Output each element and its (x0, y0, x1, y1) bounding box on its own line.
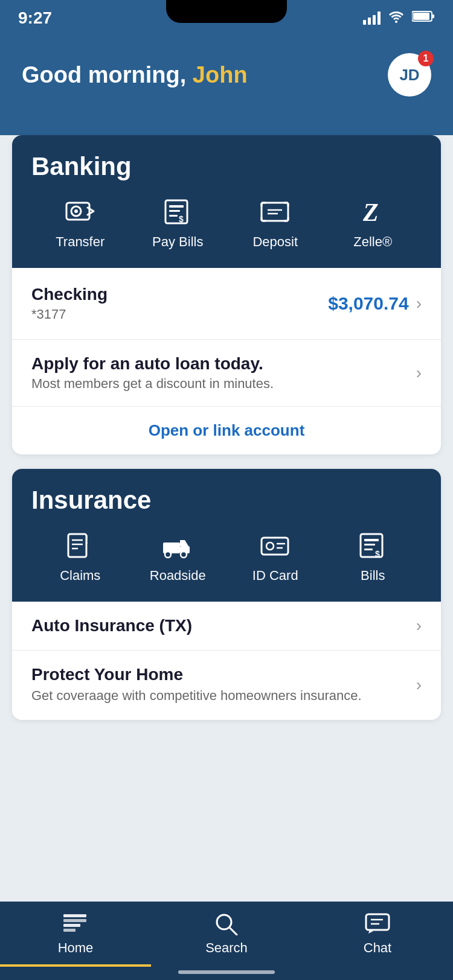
insurance-header: Insurance ! Claims (12, 469, 441, 602)
insurance-card: Insurance ! Claims (12, 469, 441, 720)
svg-text:$: $ (179, 214, 184, 224)
svg-rect-40 (366, 914, 389, 930)
nav-chat[interactable]: Chat (302, 912, 453, 956)
svg-rect-31 (364, 544, 375, 546)
svg-point-26 (266, 542, 274, 550)
chat-icon (364, 912, 391, 935)
roadside-action[interactable]: Roadside (147, 529, 208, 584)
home-indicator (178, 970, 275, 974)
open-link[interactable]: Open or link account (149, 421, 305, 439)
svg-rect-36 (63, 924, 80, 927)
transfer-action[interactable]: Transfer (50, 196, 111, 250)
transfer-icon (61, 196, 100, 228)
nav-search[interactable]: Search (151, 912, 302, 956)
banking-card: Banking Transfer (12, 135, 441, 454)
claims-icon: ! (61, 529, 100, 562)
status-icons (363, 10, 435, 27)
svg-rect-32 (364, 549, 373, 550)
nav-home[interactable]: Home (0, 912, 151, 967)
protect-home-chevron: › (416, 675, 422, 695)
pay-bills-action[interactable]: $ Pay Bills (147, 196, 208, 250)
deposit-label: Deposit (252, 234, 298, 250)
auto-insurance-chevron: › (416, 616, 422, 635)
checking-balance-row: $3,070.74 › (328, 293, 422, 314)
svg-text:!: ! (85, 533, 89, 546)
pay-bills-icon: $ (158, 196, 197, 228)
promo-chevron: › (416, 363, 422, 383)
insurance-quick-actions: ! Claims (31, 529, 422, 590)
auto-insurance-row[interactable]: Auto Insurance (TX) › (12, 602, 441, 651)
nav-chat-label: Chat (364, 940, 391, 956)
banking-quick-actions: Transfer $ Pay Bills (31, 196, 422, 256)
checking-row[interactable]: Checking *3177 $3,070.74 › (12, 268, 441, 340)
id-card-label: ID Card (252, 568, 298, 584)
search-icon (213, 912, 240, 935)
zelle-action[interactable]: Z Zelle® (342, 196, 403, 250)
bills-icon: $ (353, 529, 392, 562)
roadside-label: Roadside (150, 568, 206, 584)
insurance-title: Insurance (31, 486, 422, 515)
deposit-action[interactable]: Deposit (245, 196, 306, 250)
banking-title: Banking (31, 152, 422, 181)
svg-point-22 (165, 552, 171, 558)
protect-home-title: Protect Your Home (31, 665, 362, 684)
header: Good morning, John JD 1 (0, 36, 453, 118)
signal-icon (363, 11, 381, 25)
svg-rect-35 (63, 919, 86, 922)
promo-title: Apply for an auto loan today. (31, 354, 274, 374)
svg-rect-15 (68, 534, 86, 557)
bottom-nav: Home Search Chat (0, 902, 453, 980)
zelle-icon: Z (353, 196, 392, 228)
pay-bills-label: Pay Bills (152, 234, 203, 250)
checking-name: Checking (31, 285, 108, 304)
promo-subtitle: Most members get a discount in minutes. (31, 376, 274, 392)
checking-balance: $3,070.74 (328, 293, 408, 314)
svg-text:Z: Z (362, 199, 379, 226)
avatar-wrap[interactable]: JD 1 (388, 53, 431, 97)
svg-rect-1 (413, 13, 429, 20)
checking-number: *3177 (31, 307, 108, 322)
svg-point-23 (181, 552, 187, 558)
home-icon (62, 912, 89, 935)
battery-icon (412, 10, 435, 26)
open-link-row[interactable]: Open or link account (12, 407, 441, 454)
bills-label: Bills (361, 568, 385, 584)
svg-point-5 (74, 209, 78, 213)
checking-chevron: › (416, 294, 422, 313)
banking-header: Banking Transfer (12, 135, 441, 268)
nav-home-label: Home (58, 940, 94, 956)
id-card-action[interactable]: ID Card (245, 529, 306, 584)
svg-rect-2 (432, 14, 434, 18)
svg-rect-7 (169, 205, 184, 208)
status-time: 9:27 (18, 8, 52, 28)
svg-rect-30 (364, 539, 379, 541)
protect-home-subtitle: Get coveraage with competitive homeowner… (31, 687, 362, 705)
svg-rect-34 (63, 914, 86, 917)
svg-rect-9 (169, 215, 178, 217)
notification-badge: 1 (418, 51, 434, 66)
id-card-icon (256, 529, 295, 562)
claims-label: Claims (60, 568, 100, 584)
svg-marker-24 (180, 540, 188, 546)
claims-action[interactable]: ! Claims (50, 529, 111, 584)
roadside-icon (158, 529, 197, 562)
bills-action[interactable]: $ Bills (342, 529, 403, 584)
svg-line-39 (230, 928, 237, 935)
transfer-label: Transfer (56, 234, 104, 250)
svg-rect-8 (169, 210, 180, 212)
zelle-label: Zelle® (353, 234, 392, 250)
svg-rect-11 (262, 203, 288, 221)
nav-search-label: Search (205, 940, 248, 956)
wifi-icon (388, 10, 405, 27)
greeting: Good morning, John (22, 62, 248, 88)
greeting-name: John (193, 62, 248, 88)
svg-text:$: $ (375, 549, 380, 559)
protect-home-row[interactable]: Protect Your Home Get coveraage with com… (12, 651, 441, 720)
auto-loan-promo[interactable]: Apply for an auto loan today. Most membe… (12, 340, 441, 407)
auto-insurance-name: Auto Insurance (TX) (31, 616, 192, 635)
greeting-prefix: Good morning, (22, 62, 193, 88)
svg-rect-37 (63, 929, 76, 932)
svg-rect-25 (262, 538, 288, 555)
deposit-icon (256, 196, 295, 228)
